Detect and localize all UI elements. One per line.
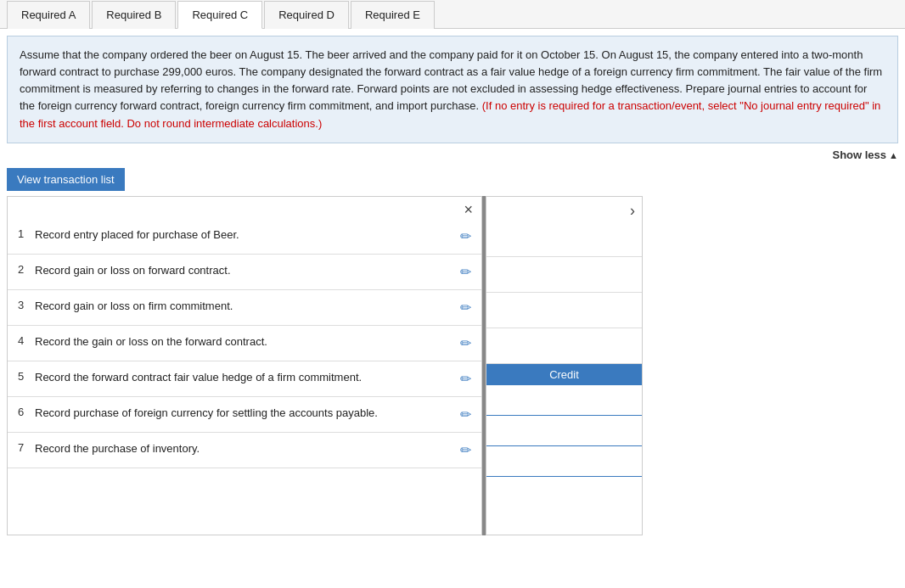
journal-empty-row-3 [486,293,642,328]
row-number: 7 [18,441,35,454]
edit-icon[interactable]: ✏ [460,300,471,316]
edit-icon[interactable]: ✏ [460,335,471,351]
journal-entry-panel: › Credit [486,196,643,535]
edit-icon[interactable]: ✏ [460,442,471,458]
row-number: 5 [18,370,35,383]
info-box: Assume that the company ordered the beer… [7,36,898,143]
edit-icon[interactable]: ✏ [460,264,471,280]
show-less-arrow-icon: ▲ [886,150,898,160]
tab-required-e[interactable]: Required E [351,1,435,29]
table-row: 4 Record the gain or loss on the forward… [8,326,481,361]
row-text: Record purchase of foreign currency for … [35,406,453,421]
credit-input-row-5 [486,385,642,416]
panel-header: × [8,197,481,219]
edit-icon[interactable]: ✏ [460,228,471,244]
credit-input-row-7 [486,446,642,477]
show-less-label: Show less [832,148,886,161]
credit-input-7[interactable] [486,446,642,476]
row-number: 1 [18,227,35,240]
row-number: 6 [18,406,35,418]
table-row: 6 Record purchase of foreign currency fo… [8,397,481,433]
credit-input-6[interactable] [486,416,642,445]
journal-empty-row-2 [486,257,642,293]
table-row: 1 Record entry placed for purchase of Be… [8,219,481,255]
row-number: 4 [18,334,35,347]
row-number: 2 [18,263,35,276]
row-text: Record the gain or loss on the forward c… [35,334,453,350]
credit-label: Credit [549,368,579,381]
table-row: 5 Record the forward contract fair value… [8,361,481,397]
transaction-panel: × 1 Record entry placed for purchase of … [7,196,482,535]
tabs-container: Required A Required B Required C Require… [0,0,905,29]
credit-input-5[interactable] [486,385,642,415]
table-row: 2 Record gain or loss on forward contrac… [8,255,481,290]
tab-required-d[interactable]: Required D [264,1,349,29]
tab-required-b[interactable]: Required B [92,1,176,29]
table-row: 3 Record gain or loss on firm commitment… [8,290,481,326]
journal-empty-row-1 [486,221,642,257]
row-text: Record gain or loss on forward contract. [35,263,453,278]
close-button[interactable]: × [464,202,473,217]
journal-empty-row-4 [486,328,642,364]
tab-required-c[interactable]: Required C [177,1,262,29]
tab-required-a[interactable]: Required A [7,1,90,29]
main-area: × 1 Record entry placed for purchase of … [7,191,898,535]
row-text: Record gain or loss on firm commitment. [35,299,453,314]
edit-icon[interactable]: ✏ [460,371,471,387]
chevron-right-button[interactable]: › [630,202,635,220]
row-number: 3 [18,299,35,311]
credit-input-row-6 [486,416,642,446]
row-text: Record the purchase of inventory. [35,441,453,456]
edit-icon[interactable]: ✏ [460,406,471,423]
credit-header: Credit [486,364,642,385]
journal-header: › [486,197,642,221]
show-less-link[interactable]: Show less ▲ [0,148,898,161]
table-row: 7 Record the purchase of inventory. ✏ [8,433,481,468]
view-transaction-list-button[interactable]: View transaction list [7,168,125,191]
row-text: Record the forward contract fair value h… [35,370,453,385]
row-text: Record entry placed for purchase of Beer… [35,227,453,243]
